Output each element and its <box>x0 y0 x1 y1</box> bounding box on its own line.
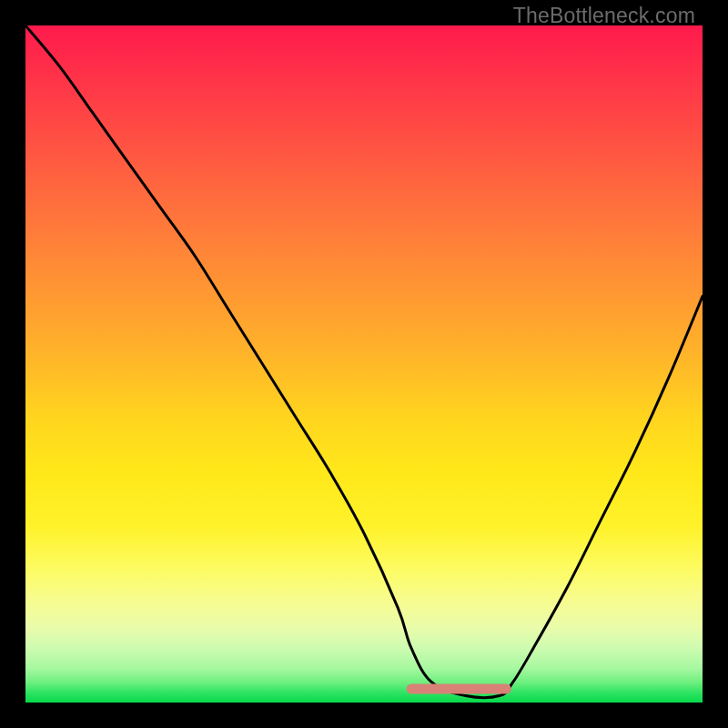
bottleneck-curve <box>25 25 703 698</box>
watermark-text: TheBottleneck.com <box>513 4 695 28</box>
chart-frame: TheBottleneck.com <box>0 0 728 728</box>
chart-svg <box>25 25 703 703</box>
plot-area <box>25 25 703 703</box>
